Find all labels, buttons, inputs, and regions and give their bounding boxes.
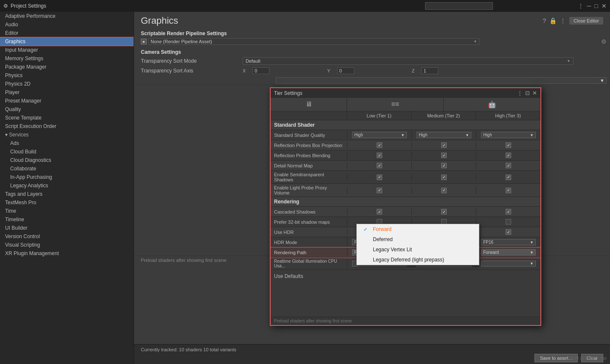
checkbox-rpb-high[interactable]: ✓ [506, 153, 511, 158]
tier-cell-cs-med[interactable]: ✓ [411, 208, 476, 215]
checkbox-cs-med[interactable]: ✓ [441, 209, 447, 214]
tier-dropdown-sq-med[interactable]: High▼ [417, 132, 471, 138]
sidebar-item-legacy-analytics[interactable]: Legacy Analytics [0, 181, 134, 190]
tier-cell-rpb-low[interactable]: ✓ [347, 152, 411, 159]
sidebar-item-scene-template[interactable]: Scene Template [0, 114, 134, 122]
tier-platform-desktop[interactable]: 🖥 [271, 98, 347, 111]
lock-icon[interactable]: 🔒 [549, 17, 557, 24]
sidebar-item-xr-plugin-management[interactable]: XR Plugin Management [0, 249, 134, 258]
sidebar-item-memory-settings[interactable]: Memory Settings [0, 54, 134, 63]
sidebar-item-timeline[interactable]: Timeline [0, 215, 134, 224]
sidebar-item-ads[interactable]: Ads [0, 139, 134, 147]
z-axis-input[interactable] [421, 67, 438, 74]
dropdown-option-legacy-deferred[interactable]: Legacy Deferred (light prepass) [357, 255, 479, 265]
x-axis-input[interactable] [252, 67, 269, 74]
checkbox-st-high[interactable]: ✓ [506, 175, 511, 180]
tier-platform-android[interactable]: 🤖 [444, 98, 540, 111]
checkbox-bp-high[interactable]: ✓ [506, 142, 511, 148]
sidebar-item-player[interactable]: Player [0, 88, 134, 97]
checkbox-dn-low[interactable]: ✓ [377, 163, 382, 168]
sidebar-item-visual-scripting[interactable]: Visual Scripting [0, 241, 134, 249]
sidebar-item-cloud-build[interactable]: Cloud Build [0, 147, 134, 156]
checkbox-cs-high[interactable]: ✓ [506, 209, 511, 214]
help-icon[interactable]: ? [543, 17, 546, 24]
transparency-sort-mode-dropdown[interactable]: Default ▼ [243, 57, 574, 65]
checkbox-bp-med[interactable]: ✓ [441, 142, 447, 148]
sidebar-item-physics-2d[interactable]: Physics 2D [0, 80, 134, 88]
dropdown-option-deferred[interactable]: Deferred [357, 234, 479, 245]
sidebar-item-editor[interactable]: Editor [0, 29, 134, 37]
sidebar-item-input-manager[interactable]: Input Manager [0, 46, 134, 54]
sidebar-item-quality[interactable]: Quality [0, 105, 134, 114]
tier-cell-st-high[interactable]: ✓ [476, 174, 540, 181]
tier-cell-lp-high[interactable]: ✓ [476, 187, 540, 194]
tier-platform-tablet[interactable]: ≡≡ [347, 98, 444, 111]
tier-more-icon[interactable]: ⋮ [517, 90, 523, 96]
pipeline-gear-icon[interactable]: ⚙ [601, 38, 607, 45]
setting-dropdown-1[interactable]: ▼ [276, 77, 607, 84]
sidebar-item-graphics[interactable]: Graphics [0, 37, 134, 46]
tier-cell-rpb-high[interactable]: ✓ [476, 152, 540, 159]
sidebar-item-adaptive-performance[interactable]: Adaptive Performance [0, 12, 134, 20]
tier-cell-dn-low[interactable]: ✓ [347, 162, 411, 169]
tier-cell-bp-med[interactable]: ✓ [411, 142, 476, 149]
tier-cell-st-med[interactable]: ✓ [411, 174, 476, 181]
tier-cell-cs-low[interactable]: ✓ [347, 208, 411, 215]
dropdown-option-legacy-vertex[interactable]: Legacy Vertex Lit [357, 245, 479, 255]
tier-dropdown-sq-low[interactable]: High▼ [352, 132, 407, 138]
checkbox-lp-high[interactable]: ✓ [506, 188, 511, 193]
minimize-icon[interactable]: ─ [587, 3, 591, 9]
checkbox-st-med[interactable]: ✓ [441, 175, 447, 180]
tier-cell-dn-high[interactable]: ✓ [476, 162, 540, 169]
checkbox-rpb-med[interactable]: ✓ [441, 153, 447, 158]
tier-dropdown-hdrm-high[interactable]: FP16▼ [481, 239, 536, 245]
checkbox-lp-low[interactable]: ✓ [377, 188, 382, 193]
sidebar-item-in-app-purchasing[interactable]: In-App Purchasing [0, 173, 134, 181]
sidebar-item-collaborate[interactable]: Collaborate [0, 164, 134, 173]
tier-cell-hdr-high[interactable]: ✓ [476, 228, 540, 236]
sidebar-item-package-manager[interactable]: Package Manager [0, 63, 134, 71]
sidebar-item-cloud-diagnostics[interactable]: Cloud Diagnostics [0, 156, 134, 164]
sidebar-item-version-control[interactable]: Version Control [0, 232, 134, 241]
tier-cell-dn-med[interactable]: ✓ [411, 162, 476, 169]
tier-cell-32-high[interactable] [476, 218, 540, 225]
tier-expand-icon[interactable]: ⊡ [525, 90, 530, 96]
tier-dropdown-gi-high[interactable]: ▼ [481, 261, 536, 267]
maximize-icon[interactable]: □ [595, 3, 598, 9]
checkbox-cs-low[interactable]: ✓ [377, 209, 382, 214]
y-axis-input[interactable] [337, 67, 354, 74]
checkbox-rpb-low[interactable]: ✓ [377, 153, 382, 158]
sidebar-item-audio[interactable]: Audio [0, 20, 134, 29]
more-icon[interactable]: ⋮ [578, 3, 584, 9]
checkbox-dn-med[interactable]: ✓ [441, 163, 447, 168]
sidebar-item-script-execution-order[interactable]: Script Execution Order [0, 122, 134, 131]
search-input[interactable] [425, 2, 493, 10]
tier-close-icon[interactable]: ✕ [532, 90, 537, 96]
checkbox-st-low[interactable]: ✓ [377, 175, 382, 180]
tier-dropdown-sq-high[interactable]: High▼ [481, 132, 536, 138]
checkbox-lp-med[interactable]: ✓ [441, 188, 447, 193]
tier-cell-st-low[interactable]: ✓ [347, 174, 411, 181]
sidebar-item-preset-manager[interactable]: Preset Manager [0, 97, 134, 105]
tier-cell-lp-low[interactable]: ✓ [347, 187, 411, 194]
close-editor-button[interactable]: Close Editor [569, 17, 603, 25]
tier-cell-bp-high[interactable]: ✓ [476, 142, 540, 149]
tier-dropdown-rp-high[interactable]: Forward▼ [481, 249, 536, 256]
dropdown-option-forward[interactable]: ✓ Forward [357, 224, 479, 234]
pipeline-asset-dropdown[interactable]: None (Render Pipeline Asset) ▼ [148, 38, 479, 45]
tier-cell-bp-low[interactable]: ✓ [347, 142, 411, 149]
close-icon[interactable]: ✕ [602, 3, 607, 9]
sidebar-item-ui-builder[interactable]: UI Builder [0, 224, 134, 232]
sidebar-item-time[interactable]: Time [0, 207, 134, 215]
sidebar-item-textmesh-pro[interactable]: TextMesh Pro [0, 198, 134, 207]
checkbox-dn-high[interactable]: ✓ [506, 163, 511, 168]
checkbox-bp-low[interactable]: ✓ [377, 142, 382, 148]
checkbox-hdr-high[interactable]: ✓ [506, 229, 511, 235]
sidebar-item-physics[interactable]: Physics [0, 71, 134, 80]
tier-cell-cs-high[interactable]: ✓ [476, 208, 540, 215]
tier-cell-rpb-med[interactable]: ✓ [411, 152, 476, 159]
sidebar-item-tags-and-layers[interactable]: Tags and Layers [0, 190, 134, 198]
tier-cell-lp-med[interactable]: ✓ [411, 187, 476, 194]
checkbox-32-high[interactable] [506, 219, 511, 225]
more-options-icon[interactable]: ⋮ [560, 17, 566, 24]
